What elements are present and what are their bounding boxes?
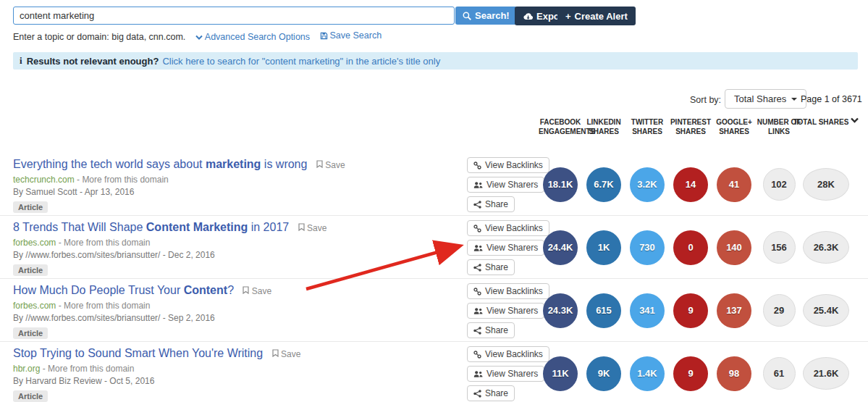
number-of-links-value: 61 [763,357,796,390]
sort-dropdown[interactable]: Total Shares [725,89,806,109]
view-sharers-button[interactable]: View Sharers [467,177,544,193]
share-icon [473,264,481,272]
facebook-engagements-value: 11K [543,356,578,391]
result-actions: View Backlinks View Sharers Share [467,283,549,338]
article-title-link[interactable]: 8 Trends That Will Shape Content Marketi… [13,221,289,233]
result-row: How Much Do People Trust Your Content? S… [0,279,868,342]
share-button[interactable]: Share [467,322,515,338]
google-plus-shares-value: 137 [717,293,751,328]
total-shares-value: 21.6K [803,357,849,390]
save-article-button[interactable]: Save [316,160,345,170]
facebook-engagements-value: 18.1K [543,167,578,202]
info-icon: i [20,55,22,67]
link-icon [473,288,481,296]
column-header-google: GOOGLE+ SHARES [712,117,756,136]
more-from-domain-link[interactable]: More from this domain [64,238,150,248]
users-icon [473,370,483,378]
google-plus-shares-value: 41 [717,167,751,202]
cloud-download-icon [523,12,533,20]
article-title-link[interactable]: Stop Trying to Sound Smart When You're W… [13,347,263,359]
link-icon [473,225,481,233]
column-header-linkedin: LINKEDIN SHARES [582,117,625,136]
result-row: Everything the tech world says about mar… [0,153,868,216]
column-header-facebook: FACEBOOK ENGAGEMENTS [539,117,582,136]
search-input[interactable] [13,7,455,25]
result-byline: By //www.forbes.com/sites/briansutter/ -… [13,250,455,260]
more-from-domain-link[interactable]: More from this domain [48,364,134,374]
view-backlinks-button[interactable]: View Backlinks [467,220,549,236]
view-sharers-button[interactable]: View Sharers [467,366,544,382]
column-header-twitter: TWITTER SHARES [625,117,669,136]
banner-bold-text: Results not relevant enough? [27,56,159,67]
advanced-search-options-label: Advanced Search Options [205,32,310,42]
result-actions: View Backlinks View Sharers Share [467,220,549,275]
save-article-button[interactable]: Save [243,286,271,296]
advanced-search-options-link[interactable]: Advanced Search Options [195,32,310,42]
twitter-shares-value: 730 [630,230,665,265]
result-metrics: 24.4K 1K 730 0 140 156 26.3K [539,216,850,279]
result-domain-link[interactable]: hbr.org [13,364,40,374]
google-plus-shares-value: 140 [717,230,751,265]
view-backlinks-button[interactable]: View Backlinks [467,283,549,299]
result-row: 8 Trends That Will Shape Content Marketi… [0,216,868,279]
article-type-badge: Article [13,390,48,402]
result-metrics: 24.3K 615 341 9 137 29 25.4K [539,279,850,342]
result-domain-link[interactable]: forbes.com [13,238,56,248]
share-button[interactable]: Share [467,385,515,401]
view-backlinks-button[interactable]: View Backlinks [467,346,549,362]
result-text-block: 8 Trends That Will Shape Content Marketi… [13,221,455,276]
article-type-badge: Article [13,264,48,276]
more-from-domain-link[interactable]: More from this domain [64,301,150,311]
total-shares-header-label: TOTAL SHARES [793,117,849,127]
pinterest-shares-value: 9 [673,356,708,391]
share-button[interactable]: Share [467,196,515,212]
search-button[interactable]: Search! [455,7,517,25]
result-metrics: 11K 9K 1.4K 9 98 61 21.6K [539,342,850,402]
article-title-link[interactable]: How Much Do People Trust Your Content? [13,284,234,296]
sort-dropdown-value: Total Shares [734,93,786,104]
result-actions: View Backlinks View Sharers Share [467,157,549,212]
save-article-button[interactable]: Save [272,349,301,359]
result-domain-link[interactable]: techcrunch.com [13,175,75,185]
column-header-total-shares[interactable]: TOTAL SHARES [802,117,850,136]
column-header-pinterest: PINTEREST SHARES [669,117,712,136]
result-row: Stop Trying to Sound Smart When You're W… [0,342,868,402]
save-search-link[interactable]: Save Search [320,30,382,41]
pinterest-shares-value: 14 [673,167,708,202]
result-byline: By //www.forbes.com/sites/briansutter/ -… [13,313,455,323]
linkedin-shares-value: 1K [586,230,621,265]
article-type-badge: Article [13,201,48,213]
twitter-shares-value: 1.4K [630,356,665,391]
google-plus-shares-value: 98 [717,356,751,391]
number-of-links-value: 156 [763,231,796,264]
twitter-shares-value: 3.2K [630,167,665,202]
users-icon [473,244,483,252]
article-type-badge: Article [13,327,48,339]
caret-down-icon [791,98,797,101]
create-alert-button[interactable]: + Create Alert [557,7,636,25]
number-of-links-value: 29 [763,294,796,327]
view-sharers-button[interactable]: View Sharers [467,240,544,256]
article-title-link[interactable]: Everything the tech world says about mar… [13,158,307,170]
relevance-banner: i Results not relevant enough? Click her… [13,52,858,70]
save-search-icon [320,32,328,40]
result-text-block: Stop Trying to Sound Smart When You're W… [13,347,455,402]
total-shares-value: 28K [803,168,849,201]
share-icon [473,390,481,398]
result-domain-link[interactable]: forbes.com [13,301,56,311]
linkedin-shares-value: 615 [586,293,621,328]
total-shares-value: 25.4K [803,294,849,327]
linkedin-shares-value: 9K [586,356,621,391]
title-only-search-link[interactable]: Click here to search for "content market… [162,56,440,67]
result-metrics: 18.1K 6.7K 3.2K 14 41 102 28K [539,153,850,216]
view-sharers-button[interactable]: View Sharers [467,303,544,319]
facebook-engagements-value: 24.4K [543,230,578,265]
result-text-block: How Much Do People Trust Your Content? S… [13,284,455,339]
users-icon [473,307,483,315]
sort-chevron-down-icon [851,117,859,123]
save-article-button[interactable]: Save [298,223,327,233]
users-icon [473,181,483,189]
more-from-domain-link[interactable]: More from this domain [82,175,168,185]
view-backlinks-button[interactable]: View Backlinks [467,157,549,173]
share-button[interactable]: Share [467,259,515,275]
